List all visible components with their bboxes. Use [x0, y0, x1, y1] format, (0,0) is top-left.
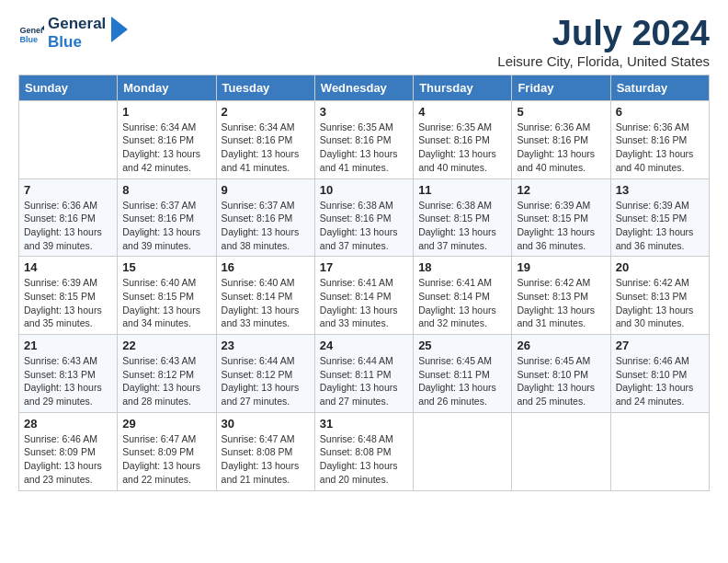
calendar-cell: 9Sunrise: 6:37 AMSunset: 8:16 PMDaylight… [216, 178, 314, 257]
calendar-cell: 4Sunrise: 6:35 AMSunset: 8:16 PMDaylight… [414, 100, 512, 178]
day-number: 12 [517, 183, 605, 197]
logo-general-text: General [48, 15, 106, 33]
calendar-cell: 14Sunrise: 6:39 AMSunset: 8:15 PMDayligh… [19, 257, 118, 335]
weekday-header-tuesday: Tuesday [216, 75, 314, 100]
logo-arrow-icon [111, 17, 128, 42]
calendar-cell: 17Sunrise: 6:41 AMSunset: 8:14 PMDayligh… [314, 257, 413, 335]
day-number: 13 [616, 183, 704, 197]
day-info: Sunrise: 6:36 AMSunset: 8:16 PMDaylight:… [24, 199, 112, 253]
calendar-cell: 29Sunrise: 6:47 AMSunset: 8:09 PMDayligh… [118, 412, 216, 490]
calendar-cell: 31Sunrise: 6:48 AMSunset: 8:08 PMDayligh… [314, 412, 413, 490]
day-info: Sunrise: 6:45 AMSunset: 8:11 PMDaylight:… [418, 354, 506, 408]
page-header: General Blue General Blue July 2024 Leis… [18, 15, 710, 69]
day-number: 23 [222, 339, 310, 352]
day-info: Sunrise: 6:42 AMSunset: 8:13 PMDaylight:… [616, 276, 704, 330]
calendar-cell: 13Sunrise: 6:39 AMSunset: 8:15 PMDayligh… [610, 178, 709, 257]
day-info: Sunrise: 6:38 AMSunset: 8:15 PMDaylight:… [418, 199, 506, 253]
day-number: 2 [222, 105, 310, 119]
day-number: 27 [616, 339, 704, 352]
calendar-cell: 19Sunrise: 6:42 AMSunset: 8:13 PMDayligh… [512, 257, 610, 335]
location-subtitle: Leisure City, Florida, United States [497, 53, 710, 69]
calendar-week-row: 21Sunrise: 6:43 AMSunset: 8:13 PMDayligh… [19, 335, 710, 413]
day-number: 29 [122, 417, 210, 431]
calendar-cell: 18Sunrise: 6:41 AMSunset: 8:14 PMDayligh… [414, 257, 512, 335]
day-number: 11 [418, 183, 506, 197]
day-info: Sunrise: 6:47 AMSunset: 8:08 PMDaylight:… [222, 432, 310, 487]
title-block: July 2024 Leisure City, Florida, United … [497, 15, 710, 69]
day-number: 30 [222, 417, 310, 431]
svg-text:Blue: Blue [19, 35, 38, 44]
logo-icon: General Blue [18, 20, 44, 46]
calendar-table: SundayMondayTuesdayWednesdayThursdayFrid… [18, 75, 710, 491]
day-number: 3 [320, 105, 408, 119]
weekday-header-monday: Monday [118, 75, 216, 100]
day-number: 21 [24, 339, 112, 352]
day-number: 20 [616, 260, 704, 274]
calendar-cell: 5Sunrise: 6:36 AMSunset: 8:16 PMDaylight… [512, 100, 610, 178]
calendar-week-row: 14Sunrise: 6:39 AMSunset: 8:15 PMDayligh… [19, 257, 710, 335]
weekday-header-sunday: Sunday [19, 75, 118, 100]
day-info: Sunrise: 6:41 AMSunset: 8:14 PMDaylight:… [418, 276, 506, 330]
weekday-header-wednesday: Wednesday [314, 75, 413, 100]
day-number: 16 [222, 260, 310, 274]
day-info: Sunrise: 6:35 AMSunset: 8:16 PMDaylight:… [320, 121, 408, 175]
calendar-cell: 6Sunrise: 6:36 AMSunset: 8:16 PMDaylight… [610, 100, 709, 178]
calendar-cell: 3Sunrise: 6:35 AMSunset: 8:16 PMDaylight… [314, 100, 413, 178]
svg-marker-4 [111, 17, 128, 42]
day-info: Sunrise: 6:39 AMSunset: 8:15 PMDaylight:… [517, 199, 605, 253]
day-info: Sunrise: 6:40 AMSunset: 8:14 PMDaylight:… [222, 276, 310, 330]
day-info: Sunrise: 6:38 AMSunset: 8:16 PMDaylight:… [320, 199, 408, 253]
month-year-title: July 2024 [497, 15, 710, 53]
calendar-cell: 16Sunrise: 6:40 AMSunset: 8:14 PMDayligh… [216, 257, 314, 335]
calendar-cell [512, 412, 610, 490]
day-number: 4 [418, 105, 506, 119]
day-info: Sunrise: 6:46 AMSunset: 8:09 PMDaylight:… [24, 432, 112, 487]
day-number: 19 [517, 260, 605, 274]
day-number: 18 [418, 260, 506, 274]
calendar-cell [610, 412, 709, 490]
weekday-header-saturday: Saturday [610, 75, 709, 100]
day-number: 9 [222, 183, 310, 197]
day-number: 6 [616, 105, 704, 119]
day-number: 8 [122, 183, 210, 197]
svg-text:General: General [19, 26, 44, 35]
calendar-cell [414, 412, 512, 490]
calendar-cell: 24Sunrise: 6:44 AMSunset: 8:11 PMDayligh… [314, 335, 413, 413]
day-number: 14 [24, 260, 112, 274]
calendar-cell: 2Sunrise: 6:34 AMSunset: 8:16 PMDaylight… [216, 100, 314, 178]
day-info: Sunrise: 6:39 AMSunset: 8:15 PMDaylight:… [616, 199, 704, 253]
calendar-header-row: SundayMondayTuesdayWednesdayThursdayFrid… [19, 75, 710, 100]
calendar-cell: 8Sunrise: 6:37 AMSunset: 8:16 PMDaylight… [118, 178, 216, 257]
calendar-week-row: 28Sunrise: 6:46 AMSunset: 8:09 PMDayligh… [19, 412, 710, 490]
calendar-cell: 11Sunrise: 6:38 AMSunset: 8:15 PMDayligh… [414, 178, 512, 257]
day-number: 7 [24, 183, 112, 197]
weekday-header-friday: Friday [512, 75, 610, 100]
calendar-cell: 26Sunrise: 6:45 AMSunset: 8:10 PMDayligh… [512, 335, 610, 413]
day-number: 26 [517, 339, 605, 352]
calendar-week-row: 7Sunrise: 6:36 AMSunset: 8:16 PMDaylight… [19, 178, 710, 257]
day-info: Sunrise: 6:43 AMSunset: 8:12 PMDaylight:… [122, 354, 210, 408]
calendar-cell [19, 100, 118, 178]
day-number: 25 [418, 339, 506, 352]
weekday-header-thursday: Thursday [414, 75, 512, 100]
day-info: Sunrise: 6:41 AMSunset: 8:14 PMDaylight:… [320, 276, 408, 330]
day-info: Sunrise: 6:35 AMSunset: 8:16 PMDaylight:… [418, 121, 506, 175]
logo: General Blue General Blue [18, 15, 128, 52]
day-info: Sunrise: 6:45 AMSunset: 8:10 PMDaylight:… [517, 354, 605, 408]
calendar-cell: 7Sunrise: 6:36 AMSunset: 8:16 PMDaylight… [19, 178, 118, 257]
day-info: Sunrise: 6:40 AMSunset: 8:15 PMDaylight:… [122, 276, 210, 330]
calendar-cell: 30Sunrise: 6:47 AMSunset: 8:08 PMDayligh… [216, 412, 314, 490]
calendar-cell: 28Sunrise: 6:46 AMSunset: 8:09 PMDayligh… [19, 412, 118, 490]
calendar-cell: 20Sunrise: 6:42 AMSunset: 8:13 PMDayligh… [610, 257, 709, 335]
logo-blue-text: Blue [48, 33, 82, 51]
calendar-cell: 15Sunrise: 6:40 AMSunset: 8:15 PMDayligh… [118, 257, 216, 335]
day-number: 17 [320, 260, 408, 274]
day-info: Sunrise: 6:44 AMSunset: 8:11 PMDaylight:… [320, 354, 408, 408]
day-number: 5 [517, 105, 605, 119]
calendar-cell: 21Sunrise: 6:43 AMSunset: 8:13 PMDayligh… [19, 335, 118, 413]
day-info: Sunrise: 6:39 AMSunset: 8:15 PMDaylight:… [24, 276, 112, 330]
day-info: Sunrise: 6:37 AMSunset: 8:16 PMDaylight:… [122, 199, 210, 253]
calendar-cell: 12Sunrise: 6:39 AMSunset: 8:15 PMDayligh… [512, 178, 610, 257]
day-info: Sunrise: 6:36 AMSunset: 8:16 PMDaylight:… [616, 121, 704, 175]
calendar-cell: 10Sunrise: 6:38 AMSunset: 8:16 PMDayligh… [314, 178, 413, 257]
